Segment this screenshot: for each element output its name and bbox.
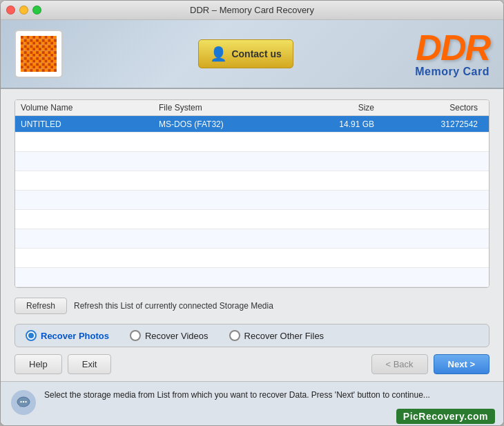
minimize-button[interactable] bbox=[19, 6, 28, 14]
window-title: DDR – Memory Card Recovery bbox=[190, 5, 314, 15]
brand-sub: Memory Card bbox=[415, 66, 490, 78]
app-window: DDR – Memory Card Recovery bbox=[0, 0, 504, 426]
col-filesystem: File System bbox=[159, 103, 297, 113]
radio-outer-videos bbox=[130, 330, 141, 341]
brand-ddr: DDR bbox=[415, 30, 490, 66]
titlebar: DDR – Memory Card Recovery bbox=[1, 1, 503, 20]
radio-label-videos: Recover Videos bbox=[145, 331, 209, 341]
cell-filesystem: MS-DOS (FAT32) bbox=[159, 119, 297, 129]
header-center: 👤 Contact us bbox=[77, 39, 415, 68]
cell-sectors: 31272542 bbox=[380, 119, 483, 129]
refresh-description: Refresh this List of currently connected… bbox=[74, 301, 273, 311]
col-size: Size bbox=[297, 103, 380, 113]
logo-checkerboard bbox=[21, 36, 57, 72]
bottom-buttons: Help Exit < Back Next > bbox=[14, 354, 490, 374]
status-bar: Select the storage media from List from … bbox=[1, 381, 503, 426]
svg-point-8 bbox=[23, 401, 24, 403]
col-sectors: Sectors bbox=[380, 103, 483, 113]
table-row-empty-3[interactable] bbox=[15, 171, 489, 191]
table-row-empty-8[interactable] bbox=[15, 268, 489, 287]
main-content: Volume Name File System Size Sectors UNT… bbox=[1, 89, 503, 381]
storage-table: Volume Name File System Size Sectors UNT… bbox=[14, 99, 490, 288]
close-button[interactable] bbox=[6, 6, 15, 14]
exit-button[interactable]: Exit bbox=[68, 354, 112, 374]
table-row-empty-7[interactable] bbox=[15, 249, 489, 268]
maximize-button[interactable] bbox=[32, 6, 41, 14]
radio-recover-photos[interactable]: Recover Photos bbox=[26, 330, 109, 341]
svg-point-9 bbox=[25, 401, 26, 403]
next-button[interactable]: Next > bbox=[434, 354, 490, 374]
window-controls bbox=[6, 6, 41, 14]
recovery-mode-group: Recover Photos Recover Videos Recover Ot… bbox=[14, 324, 490, 347]
contact-label: Contact us bbox=[231, 48, 281, 59]
table-row[interactable]: UNTITLED MS-DOS (FAT32) 14.91 GB 3127254… bbox=[15, 116, 489, 133]
back-button[interactable]: < Back bbox=[371, 354, 428, 374]
radio-recover-videos[interactable]: Recover Videos bbox=[130, 330, 209, 341]
status-icon bbox=[11, 390, 36, 415]
brand-area: DDR Memory Card bbox=[415, 30, 490, 78]
contact-icon: 👤 bbox=[210, 46, 227, 62]
help-button[interactable]: Help bbox=[14, 354, 62, 374]
radio-inner-photos bbox=[28, 333, 34, 338]
status-message: Select the storage media from List from … bbox=[44, 389, 430, 401]
radio-label-photos: Recover Photos bbox=[41, 331, 109, 341]
radio-recover-other[interactable]: Recover Other Files bbox=[229, 330, 324, 341]
radio-outer-photos bbox=[26, 330, 37, 341]
table-header: Volume Name File System Size Sectors bbox=[15, 100, 489, 116]
cell-size: 14.91 GB bbox=[297, 119, 380, 129]
refresh-bar: Refresh Refresh this List of currently c… bbox=[14, 295, 490, 317]
radio-outer-other bbox=[229, 330, 240, 341]
contact-button[interactable]: 👤 Contact us bbox=[198, 39, 293, 68]
cell-volume: UNTITLED bbox=[21, 119, 159, 129]
header: 👤 Contact us DDR Memory Card bbox=[1, 20, 503, 89]
table-row-empty-2[interactable] bbox=[15, 152, 489, 171]
logo-box bbox=[14, 30, 63, 78]
refresh-button[interactable]: Refresh bbox=[14, 298, 67, 314]
col-volume: Volume Name bbox=[21, 103, 159, 113]
table-row-empty-4[interactable] bbox=[15, 191, 489, 210]
watermark: PicRecovery.com bbox=[396, 409, 495, 424]
svg-rect-4 bbox=[21, 36, 57, 72]
message-icon bbox=[16, 395, 31, 410]
table-row-empty-6[interactable] bbox=[15, 229, 489, 249]
radio-label-other: Recover Other Files bbox=[244, 331, 324, 341]
table-body: UNTITLED MS-DOS (FAT32) 14.91 GB 3127254… bbox=[15, 116, 489, 287]
table-row-empty-1[interactable] bbox=[15, 133, 489, 152]
svg-point-7 bbox=[20, 401, 21, 403]
table-row-empty-5[interactable] bbox=[15, 210, 489, 229]
